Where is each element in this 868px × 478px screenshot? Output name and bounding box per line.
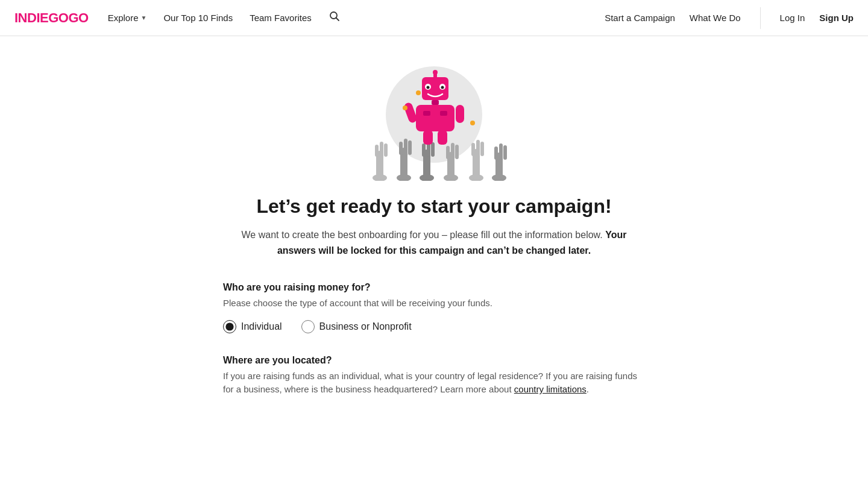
radio-individual-input[interactable]: [223, 320, 236, 333]
radio-business-input[interactable]: [301, 320, 315, 333]
question-1-hint: Please choose the type of account that w…: [223, 297, 645, 310]
question-2-hint: If you are raising funds as an individua…: [223, 370, 645, 397]
svg-rect-39: [471, 143, 475, 156]
nav-divider: [760, 7, 761, 29]
radio-individual-label: Individual: [241, 321, 282, 332]
nav-favorites[interactable]: Team Favorites: [250, 13, 312, 23]
chevron-down-icon: ▼: [140, 14, 146, 21]
question-raising-for: Who are you raising money for? Please ch…: [223, 282, 645, 333]
period: .: [587, 384, 589, 394]
illustration: [350, 60, 518, 181]
svg-rect-46: [503, 145, 507, 160]
nav-explore[interactable]: Explore ▼: [108, 13, 147, 23]
radio-business[interactable]: Business or Nonprofit: [301, 320, 412, 333]
login-button[interactable]: Log In: [780, 13, 805, 23]
svg-rect-11: [423, 111, 430, 116]
svg-point-4: [433, 70, 438, 75]
country-limitations-link[interactable]: country limitations: [514, 384, 587, 394]
svg-rect-44: [494, 146, 498, 160]
page-headline: Let’s get ready to start your campaign!: [256, 195, 611, 218]
svg-rect-24: [399, 142, 403, 155]
dot-decoration-2: [470, 121, 475, 125]
page-subtext: We want to create the best onboarding fo…: [229, 227, 639, 258]
nav-right: Start a Campaign What We Do Log In Sign …: [605, 7, 854, 29]
account-type-radio-group: Individual Business or Nonprofit: [223, 320, 645, 333]
dot-decoration-3: [416, 90, 421, 95]
nav-start-campaign[interactable]: Start a Campaign: [605, 13, 675, 23]
campaign-form: Who are you raising money for? Please ch…: [223, 282, 645, 418]
nav-what-we-do[interactable]: What We Do: [690, 13, 741, 23]
svg-point-8: [441, 86, 444, 89]
robot-illustration: [405, 72, 465, 159]
logo[interactable]: INDIEGOGO: [14, 10, 89, 26]
svg-line-1: [336, 18, 339, 21]
svg-rect-16: [438, 130, 447, 145]
svg-rect-21: [384, 143, 388, 157]
svg-rect-10: [416, 105, 454, 131]
svg-point-7: [427, 86, 430, 89]
nav-left: Explore ▼ Our Top 10 Finds Team Favorite…: [108, 10, 605, 25]
main-content: Let’s get ready to start your campaign! …: [0, 36, 868, 454]
signup-button[interactable]: Sign Up: [819, 13, 854, 23]
svg-rect-12: [440, 111, 447, 116]
svg-rect-20: [380, 142, 383, 157]
question-location: Where are you located? If you are raisin…: [223, 355, 645, 397]
svg-rect-15: [423, 130, 433, 145]
radio-individual[interactable]: Individual: [223, 320, 282, 333]
svg-rect-14: [456, 105, 464, 123]
question-1-label: Who are you raising money for?: [223, 282, 645, 293]
svg-rect-19: [375, 145, 379, 157]
radio-business-label: Business or Nonprofit: [319, 321, 412, 332]
search-icon[interactable]: [329, 10, 341, 25]
svg-rect-40: [476, 140, 480, 156]
navbar: INDIEGOGO Explore ▼ Our Top 10 Finds Tea…: [0, 0, 868, 36]
nav-top10[interactable]: Our Top 10 Finds: [163, 13, 233, 23]
svg-rect-41: [480, 142, 484, 156]
subtext-normal: We want to create the best onboarding fo…: [242, 230, 603, 240]
question-2-label: Where are you located?: [223, 355, 645, 366]
svg-rect-9: [432, 100, 439, 105]
svg-rect-45: [499, 143, 503, 160]
dot-decoration-1: [403, 105, 407, 110]
